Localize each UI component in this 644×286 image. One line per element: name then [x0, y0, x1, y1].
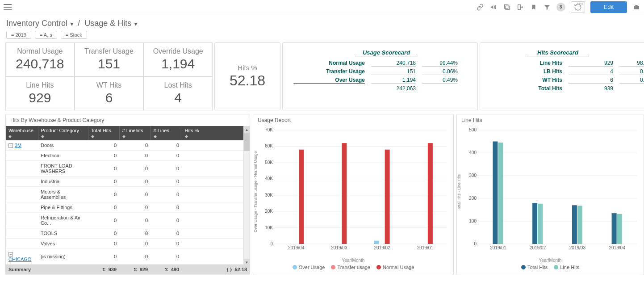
svg-text:30K: 30K: [265, 193, 273, 198]
hamburger-icon[interactable]: [4, 2, 14, 13]
filter-pill[interactable]: = Stock: [61, 31, 87, 39]
svg-rect-39: [493, 142, 498, 244]
col-lines[interactable]: # Lines◆: [151, 126, 182, 140]
col-total-hits[interactable]: Total Hits◆: [88, 126, 119, 140]
link-icon[interactable]: [476, 3, 484, 11]
svg-rect-49: [617, 214, 622, 244]
svg-rect-46: [577, 206, 582, 244]
kpi-lost-hits: Lost Hits4: [143, 76, 213, 110]
line-hits-legend: Total Hits Line Hits: [457, 263, 644, 272]
hits-table-title: Hits By Warehouse & Product Category: [6, 114, 250, 126]
svg-rect-42: [532, 203, 537, 244]
svg-rect-43: [538, 204, 543, 244]
svg-rect-25: [428, 143, 433, 244]
reset-button[interactable]: 5191: [571, 1, 585, 13]
hits-table-panel: Hits By Warehouse & Product Category War…: [5, 114, 250, 275]
top-toolbar: 3 5191 Edit: [0, 0, 644, 14]
col-warehouse[interactable]: Warehouse◆: [6, 126, 38, 140]
edit-button[interactable]: Edit: [590, 1, 627, 13]
svg-text:2019/04: 2019/04: [288, 245, 305, 250]
svg-text:0: 0: [270, 241, 273, 246]
line-hits-chart[interactable]: 01002003004005002019/012019/022019/03201…: [465, 128, 639, 253]
export-icon[interactable]: [516, 3, 524, 11]
line-hits-xlabel: Year/Month: [457, 258, 644, 263]
filter-pill[interactable]: = A, s: [35, 31, 57, 39]
svg-text:2019/03: 2019/03: [569, 245, 586, 250]
scroll-up-icon[interactable]: ▲: [244, 126, 250, 133]
scroll-down-icon[interactable]: ▼: [244, 259, 250, 266]
svg-rect-1: [504, 4, 508, 8]
breadcrumb: Inventory Control ▾ / Usage & Hits ▾: [0, 14, 644, 31]
svg-text:2019/01: 2019/01: [417, 245, 434, 250]
svg-text:500: 500: [469, 128, 477, 132]
svg-rect-48: [612, 213, 617, 244]
table-row[interactable]: −3MDoors0000: [6, 140, 250, 151]
usage-report-legend: Over Usage Transfer usage Normal Usage: [253, 263, 453, 272]
bookmark-icon[interactable]: [530, 3, 538, 11]
reset-badge: 5191: [577, 2, 583, 5]
filter-row: = 2019 = A, s = Stock: [0, 31, 644, 42]
svg-rect-22: [374, 241, 379, 244]
copy-icon[interactable]: [503, 3, 511, 11]
svg-text:2019/02: 2019/02: [374, 245, 391, 250]
kpi-normal-usage: Normal Usage240,718: [5, 42, 75, 76]
svg-text:50K: 50K: [265, 160, 273, 165]
table-row[interactable]: TOOLS0000: [6, 228, 250, 239]
table-row[interactable]: Valves0000: [6, 239, 250, 249]
briefcase-icon[interactable]: [632, 3, 640, 11]
svg-text:70K: 70K: [265, 128, 273, 132]
svg-rect-45: [572, 205, 577, 244]
table-scrollbar[interactable]: ▲ ▼: [243, 126, 250, 266]
announce-icon[interactable]: [489, 3, 498, 11]
svg-rect-20: [342, 143, 347, 244]
usage-scorecard: Usage Scorecard Normal Usage240,71899.44…: [282, 42, 478, 110]
line-hits-title: Line Hits: [457, 114, 644, 126]
breadcrumb-root[interactable]: Inventory Control ▾: [6, 19, 73, 28]
table-row[interactable]: Electrical0000: [6, 151, 250, 161]
kpi-grid: Normal Usage240,718 Transfer Usage151 Ov…: [5, 42, 213, 110]
usage-report-chart[interactable]: 010K20K30K40K50K60K70K2019/042019/032019…: [261, 128, 449, 253]
col-product-category[interactable]: Product Category◆: [38, 126, 88, 140]
kpi-hits-pct: Hits % 52.18: [214, 42, 280, 110]
hits-scorecard: Hits Scorecard Line Hits92998.94% LB Hit…: [480, 42, 644, 110]
svg-rect-0: [506, 6, 509, 9]
filter-pill[interactable]: = 2019: [6, 31, 31, 39]
table-row[interactable]: Pipe & Fittings0000: [6, 202, 250, 213]
svg-text:60K: 60K: [265, 143, 273, 148]
table-row[interactable]: Industrial0000: [6, 177, 250, 187]
usage-report-ylabel: Over Usage - Transfer usage - Normal Usa…: [253, 126, 258, 258]
svg-text:300: 300: [469, 173, 477, 178]
svg-text:2019/04: 2019/04: [609, 245, 626, 250]
kpi-wt-hits: WT Hits6: [75, 76, 144, 110]
svg-text:2019/02: 2019/02: [530, 245, 546, 250]
breadcrumb-sep: /: [78, 19, 80, 28]
col-hits-pct[interactable]: Hits %◆: [182, 126, 250, 140]
line-hits-ylabel: Total Hits - Line Hits: [457, 126, 461, 258]
svg-text:40K: 40K: [265, 176, 273, 181]
scroll-thumb[interactable]: [244, 133, 250, 151]
table-row[interactable]: Motors & Assemblies0000: [6, 187, 250, 202]
kpi-transfer-usage: Transfer Usage151: [75, 42, 144, 76]
svg-text:400: 400: [469, 150, 477, 155]
svg-text:2019/03: 2019/03: [331, 245, 347, 250]
filter-count-badge[interactable]: 3: [556, 3, 565, 12]
filter-icon[interactable]: [543, 3, 551, 11]
line-hits-panel: Line Hits Total Hits - Line Hits 0100200…: [456, 114, 644, 275]
hits-table[interactable]: Warehouse◆ Product Category◆ Total Hits◆…: [6, 126, 250, 265]
table-row[interactable]: FRONT LOAD WASHERS0000: [6, 161, 250, 177]
summary-row: Summary Σ 939 Σ 929 Σ 490 { } 52.18: [6, 265, 250, 275]
svg-text:10K: 10K: [265, 225, 273, 230]
table-row[interactable]: Refrigeration & Air Co...0000: [6, 213, 250, 228]
usage-report-xlabel: Year/Month: [253, 258, 453, 263]
kpi-override-usage: Override Usage1,194: [143, 42, 213, 76]
usage-report-title: Usage Report: [253, 114, 453, 126]
svg-rect-18: [299, 150, 304, 244]
col-linehits[interactable]: # Linehits◆: [119, 126, 151, 140]
table-row[interactable]: −CHICAGO(is missing)0000: [6, 249, 250, 265]
svg-text:0: 0: [474, 241, 477, 246]
svg-rect-40: [498, 143, 503, 244]
svg-text:200: 200: [469, 196, 477, 201]
svg-text:20K: 20K: [265, 209, 273, 214]
kpi-line-hits: Line Hits929: [5, 76, 75, 110]
breadcrumb-page[interactable]: Usage & Hits ▾: [84, 19, 137, 28]
